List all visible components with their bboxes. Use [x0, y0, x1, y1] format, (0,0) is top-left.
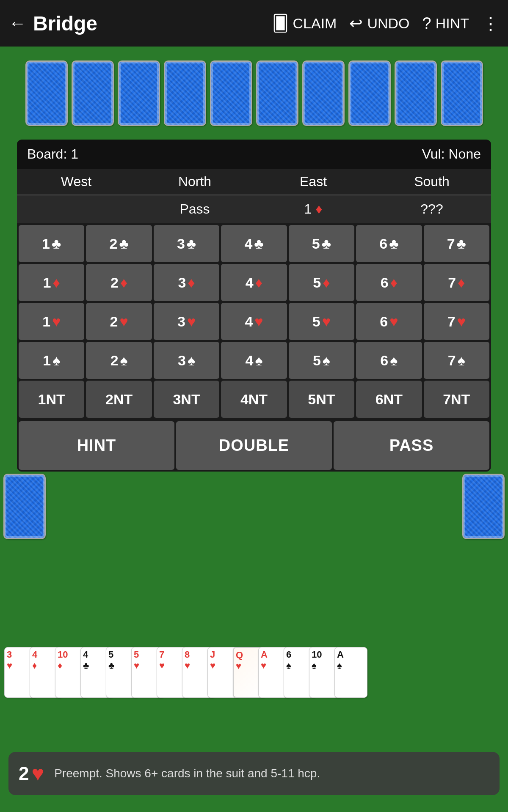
col-header-west: West [17, 169, 135, 195]
bid-2clubs[interactable]: 2♣ [86, 225, 152, 262]
bid-3nt[interactable]: 3NT [154, 381, 219, 418]
bid-7clubs[interactable]: 7♣ [424, 225, 489, 262]
north-card [72, 60, 114, 126]
bid-4nt[interactable]: 4NT [221, 381, 287, 418]
col-header-south: South [373, 169, 491, 195]
bid-6nt[interactable]: 6NT [356, 381, 422, 418]
bid-3hearts[interactable]: 3♥ [154, 303, 219, 340]
bid-7nt[interactable]: 7NT [424, 381, 489, 418]
claim-button[interactable]: 🂠 CLAIM [272, 14, 337, 33]
bid-2spades[interactable]: 2♠ [86, 342, 152, 379]
north-card [118, 60, 160, 126]
col-header-east: East [254, 169, 373, 195]
south-hand[interactable]: 3♥ 4♦ 10♦ 4♣ 5♣ 5♥ 7♥ 8♥ J♥ [0, 634, 508, 710]
app-title: Bridge [33, 12, 97, 35]
bid-5hearts[interactable]: 5♥ [289, 303, 354, 340]
hint-suit-icon: ♥ [31, 761, 44, 786]
bid-3clubs[interactable]: 3♣ [154, 225, 219, 262]
north-card [164, 60, 206, 126]
vul-label: Vul: None [422, 146, 481, 162]
question-icon: ? [422, 14, 431, 33]
bid-1diamonds[interactable]: 1♦ [19, 264, 84, 301]
east-card [461, 474, 506, 541]
bid-7diamonds[interactable]: 7♦ [424, 264, 489, 301]
bid-1hearts[interactable]: 1♥ [19, 303, 84, 340]
bid-6spades[interactable]: 6♠ [356, 342, 422, 379]
claim-label: CLAIM [293, 15, 337, 32]
pass-button[interactable]: PASS [334, 421, 489, 470]
bid-2diamonds[interactable]: 2♦ [86, 264, 152, 301]
bid-1clubs[interactable]: 1♣ [19, 225, 84, 262]
back-button[interactable]: ← [8, 13, 26, 33]
bid-3diamonds[interactable]: 3♦ [154, 264, 219, 301]
south-auction: ??? [373, 195, 491, 223]
more-button[interactable]: ⋮ [482, 13, 500, 34]
bid-2nt[interactable]: 2NT [86, 381, 152, 418]
bid-1spades[interactable]: 1♠ [19, 342, 84, 379]
hint-button[interactable]: ? HINT [422, 14, 469, 33]
east-auction: 1 ♦ [254, 195, 373, 223]
bid-4clubs[interactable]: 4♣ [221, 225, 287, 262]
bid-7hearts[interactable]: 7♥ [424, 303, 489, 340]
hint-action-button[interactable]: HINT [19, 421, 174, 470]
bid-1nt[interactable]: 1NT [19, 381, 84, 418]
bid-6hearts[interactable]: 6♥ [356, 303, 422, 340]
north-card [210, 60, 252, 126]
bid-2hearts[interactable]: 2♥ [86, 303, 152, 340]
hint-description: Preempt. Shows 6+ cards in the suit and … [54, 765, 320, 782]
bid-6clubs[interactable]: 6♣ [356, 225, 422, 262]
bid-4spades[interactable]: 4♠ [221, 342, 287, 379]
north-card [302, 60, 345, 126]
bid-7spades[interactable]: 7♠ [424, 342, 489, 379]
bid-5diamonds[interactable]: 5♦ [289, 264, 354, 301]
north-card [441, 60, 483, 126]
undo-button[interactable]: ↩ UNDO [349, 14, 409, 33]
bid-6diamonds[interactable]: 6♦ [356, 264, 422, 301]
bid-5spades[interactable]: 5♠ [289, 342, 354, 379]
board-label: Board: 1 [27, 146, 78, 162]
west-auction [17, 195, 135, 223]
north-card [256, 60, 298, 126]
north-card [25, 60, 68, 126]
bid-4diamonds[interactable]: 4♦ [221, 264, 287, 301]
col-header-north: North [135, 169, 254, 195]
undo-icon: ↩ [349, 14, 363, 33]
hint-label: HINT [436, 15, 469, 32]
north-card [348, 60, 391, 126]
north-card [395, 60, 437, 126]
bid-5nt[interactable]: 5NT [289, 381, 354, 418]
north-auction: Pass [135, 195, 254, 223]
cards-icon: 🂠 [272, 14, 289, 33]
west-card [2, 474, 47, 541]
undo-label: UNDO [367, 15, 409, 32]
hint-bid: 2 ♥ [19, 761, 44, 786]
double-button[interactable]: DOUBLE [176, 421, 332, 470]
bid-4hearts[interactable]: 4♥ [221, 303, 287, 340]
card-as[interactable]: A♠ [334, 647, 367, 698]
north-hand [0, 47, 508, 131]
bid-grid: 1♣ 2♣ 3♣ 4♣ 5♣ 6♣ 7♣ 1♦ 2♦ 3♦ 4♦ 5♦ 6♦ 7… [17, 223, 491, 420]
bid-3spades[interactable]: 3♠ [154, 342, 219, 379]
bid-5clubs[interactable]: 5♣ [289, 225, 354, 262]
